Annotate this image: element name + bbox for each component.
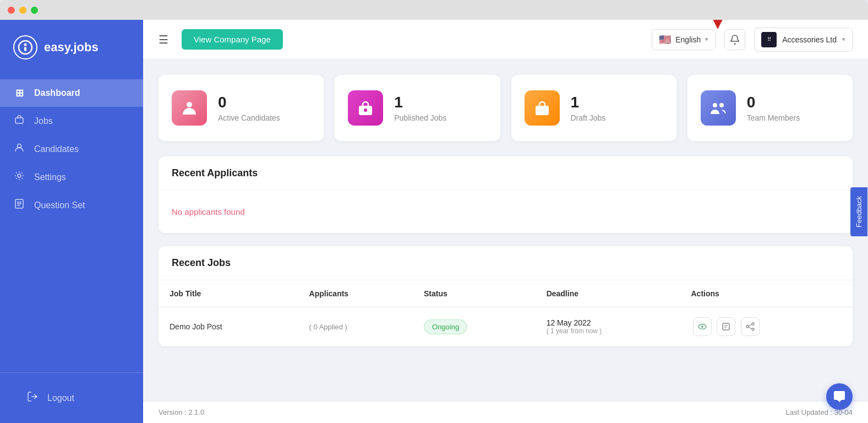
published-jobs-number: 1 bbox=[394, 94, 446, 111]
share-job-button[interactable] bbox=[741, 317, 760, 336]
settings-icon bbox=[13, 171, 25, 183]
active-candidates-icon bbox=[181, 99, 198, 117]
version-text: Version : 2.1.0 bbox=[159, 408, 204, 416]
sidebar-nav: ⊞ Dashboard Jobs bbox=[0, 75, 143, 372]
status-cell: Ongoing bbox=[413, 307, 536, 346]
draft-jobs-label: Draft Jobs bbox=[571, 113, 606, 122]
candidates-icon bbox=[13, 143, 25, 155]
active-candidates-number: 0 bbox=[218, 94, 280, 111]
recent-jobs-title: Recent Jobs bbox=[172, 257, 839, 269]
active-candidates-label: Active Candidates bbox=[218, 113, 280, 122]
deadline-cell: 12 May 2022 ( 1 year from now ) bbox=[536, 307, 680, 346]
svg-point-5 bbox=[18, 174, 21, 177]
svg-rect-2 bbox=[24, 47, 26, 51]
stat-card-draft-jobs: 1 Draft Jobs bbox=[511, 75, 676, 141]
close-dot[interactable] bbox=[8, 7, 15, 14]
chat-button[interactable] bbox=[826, 383, 853, 410]
svg-point-22 bbox=[752, 323, 754, 325]
jobs-table: Job Title Applicants Status Deadline Act… bbox=[159, 280, 853, 346]
logo-icon bbox=[13, 35, 37, 59]
language-selector[interactable]: 🇺🇸 English ▾ bbox=[652, 29, 716, 50]
recent-jobs-section: Recent Jobs Job Title Applicants Status … bbox=[159, 246, 853, 346]
team-members-number: 0 bbox=[747, 94, 800, 111]
maximize-dot[interactable] bbox=[31, 7, 38, 14]
header: ☰ View Company Page 🇺🇸 English bbox=[143, 20, 868, 59]
svg-rect-3 bbox=[15, 118, 23, 123]
svg-point-15 bbox=[713, 103, 717, 107]
hamburger-icon[interactable]: ☰ bbox=[159, 33, 168, 46]
language-area: 🇺🇸 English ▾ bbox=[652, 29, 716, 50]
svg-point-18 bbox=[701, 326, 703, 328]
svg-line-26 bbox=[749, 327, 752, 329]
recent-applicants-section: Recent Applicants No applicants found bbox=[159, 156, 853, 233]
minimize-dot[interactable] bbox=[19, 7, 26, 14]
user-avatar: ⠿ bbox=[761, 32, 777, 47]
svg-point-24 bbox=[752, 328, 754, 330]
chevron-down-icon: ▾ bbox=[705, 36, 708, 43]
sidebar-label-candidates: Candidates bbox=[34, 144, 79, 154]
logout-button[interactable]: Logout bbox=[13, 384, 130, 412]
svg-point-13 bbox=[364, 109, 367, 112]
logo[interactable]: easy.jobs bbox=[0, 20, 143, 75]
draft-jobs-number: 1 bbox=[571, 94, 606, 111]
applied-count: ( 0 Applied ) bbox=[309, 323, 347, 331]
svg-rect-19 bbox=[723, 323, 729, 330]
svg-point-11 bbox=[187, 102, 192, 107]
team-members-label: Team Members bbox=[747, 113, 800, 122]
user-menu[interactable]: ⠿ Accessories Ltd ▾ bbox=[754, 28, 853, 52]
user-menu-chevron: ▾ bbox=[842, 36, 845, 43]
view-company-button[interactable]: View Company Page bbox=[182, 29, 283, 50]
recent-applicants-header: Recent Applicants bbox=[159, 156, 853, 191]
status-badge: Ongoing bbox=[424, 319, 467, 334]
team-members-icon bbox=[709, 99, 727, 117]
sidebar-label-jobs: Jobs bbox=[34, 116, 53, 126]
window-chrome bbox=[0, 0, 868, 20]
dashboard-body: 0 Active Candidates 1 Publishe bbox=[143, 59, 868, 401]
sidebar-item-question-set[interactable]: Question Set bbox=[0, 191, 143, 219]
svg-rect-14 bbox=[536, 106, 549, 115]
published-jobs-label: Published Jobs bbox=[394, 113, 446, 122]
stat-card-team-members: 0 Team Members bbox=[687, 75, 853, 141]
actions-cell bbox=[680, 307, 853, 346]
col-header-applicants: Applicants bbox=[298, 280, 413, 307]
notification-button[interactable] bbox=[724, 29, 745, 50]
stats-row: 0 Active Candidates 1 Publishe bbox=[159, 75, 853, 141]
applicants-cell: ( 0 Applied ) bbox=[298, 307, 413, 346]
recent-applicants-title: Recent Applicants bbox=[172, 167, 839, 179]
active-candidates-icon-box bbox=[172, 90, 207, 126]
stat-card-published-jobs: 1 Published Jobs bbox=[335, 75, 500, 141]
language-label: English bbox=[675, 35, 701, 44]
table-header-row: Job Title Applicants Status Deadline Act… bbox=[159, 280, 853, 307]
jobs-icon bbox=[13, 115, 25, 127]
sidebar-label-question-set: Question Set bbox=[34, 200, 85, 210]
job-title-cell: Demo Job Post bbox=[159, 307, 298, 346]
deadline-note: ( 1 year from now ) bbox=[547, 327, 669, 335]
sidebar-item-settings[interactable]: Settings bbox=[0, 163, 143, 191]
col-header-status: Status bbox=[413, 280, 536, 307]
sidebar-label-dashboard: Dashboard bbox=[34, 88, 80, 98]
logout-icon bbox=[26, 392, 39, 404]
team-members-icon-box bbox=[701, 90, 736, 126]
published-jobs-icon bbox=[357, 99, 374, 117]
col-header-actions: Actions bbox=[680, 280, 853, 307]
edit-job-button[interactable] bbox=[717, 317, 735, 336]
svg-point-23 bbox=[746, 326, 749, 328]
draft-jobs-icon-box bbox=[525, 90, 560, 126]
sidebar-item-dashboard[interactable]: ⊞ Dashboard bbox=[0, 79, 143, 107]
recent-jobs-header: Recent Jobs bbox=[159, 246, 853, 280]
sidebar-label-settings: Settings bbox=[34, 172, 66, 182]
svg-point-16 bbox=[719, 103, 724, 107]
logo-text: easy.jobs bbox=[44, 40, 99, 55]
published-jobs-icon-box bbox=[348, 90, 383, 126]
sidebar-item-jobs[interactable]: Jobs bbox=[0, 107, 143, 135]
draft-jobs-icon bbox=[533, 99, 551, 117]
sidebar-item-candidates[interactable]: Candidates bbox=[0, 135, 143, 163]
view-job-button[interactable] bbox=[693, 317, 712, 336]
sidebar: easy.jobs ⊞ Dashboard Jobs bbox=[0, 20, 143, 423]
deadline-date: 12 May 2022 bbox=[547, 318, 669, 327]
company-name: Accessories Ltd bbox=[782, 35, 837, 44]
table-row: Demo Job Post ( 0 Applied ) Ongoing 12 M… bbox=[159, 307, 853, 346]
svg-line-25 bbox=[749, 324, 752, 326]
feedback-tab[interactable]: Feedback bbox=[850, 187, 867, 236]
stat-card-active-candidates: 0 Active Candidates bbox=[159, 75, 324, 141]
